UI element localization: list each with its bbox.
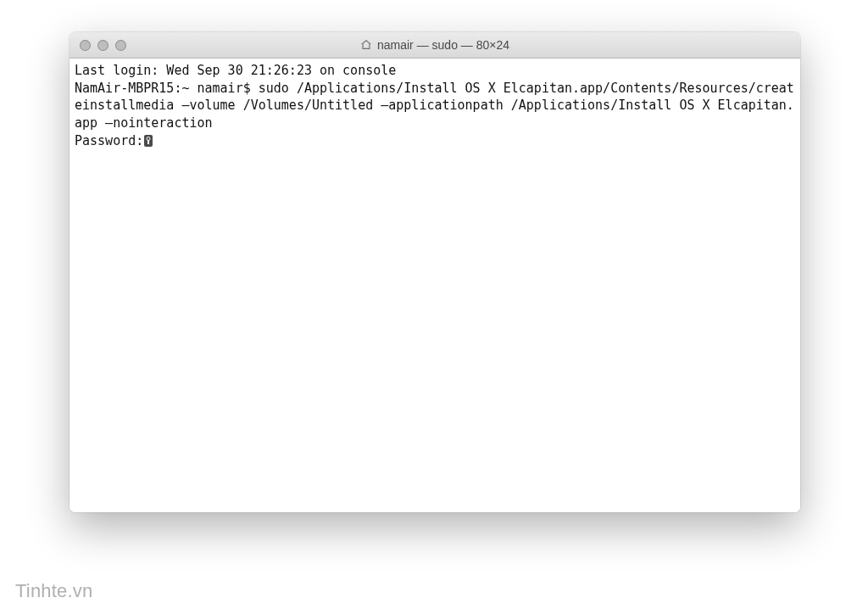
password-prompt: Password:	[75, 133, 143, 148]
last-login-line: Last login: Wed Sep 30 21:26:23 on conso…	[75, 63, 396, 78]
zoom-icon[interactable]	[115, 40, 126, 51]
titlebar[interactable]: namair — sudo — 80×24	[70, 32, 800, 59]
home-icon	[360, 39, 372, 51]
command-line: NamAir-MBPR15:~ namair$ sudo /Applicatio…	[75, 81, 794, 131]
terminal-body[interactable]: Last login: Wed Sep 30 21:26:23 on conso…	[70, 59, 800, 512]
minimize-icon[interactable]	[97, 40, 108, 51]
watermark: Tinhte.vn	[15, 580, 92, 602]
window-title: namair — sudo — 80×24	[360, 38, 509, 52]
close-icon[interactable]	[80, 40, 91, 51]
key-icon	[144, 135, 153, 147]
terminal-window: namair — sudo — 80×24 Last login: Wed Se…	[70, 32, 800, 512]
window-controls	[70, 40, 126, 51]
window-title-text: namair — sudo — 80×24	[377, 38, 509, 52]
title-wrap: namair — sudo — 80×24	[70, 32, 800, 58]
